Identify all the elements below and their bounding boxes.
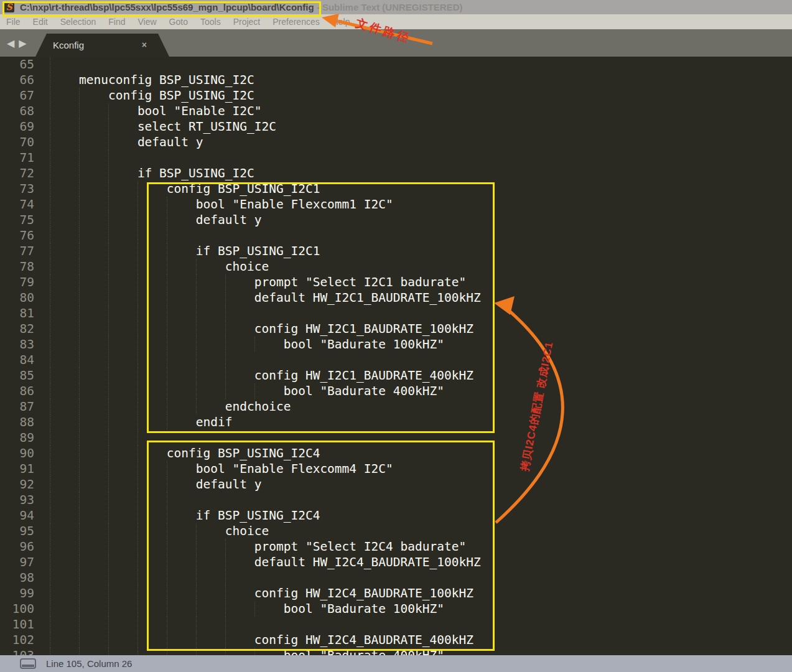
nav-back-icon[interactable]: ◀ [7,37,14,49]
code-text[interactable]: if BSP_USING_I2C4 [50,508,320,523]
code-line[interactable]: 79 prompt "Select I2C1 badurate" [0,274,792,290]
code-text[interactable]: endif [50,414,233,430]
line-number[interactable]: 97 [0,554,34,570]
code-line[interactable]: 95 choice [0,523,792,539]
menu-item-goto[interactable]: Goto [163,17,194,27]
line-number[interactable]: 80 [0,290,34,306]
code-line[interactable]: 101 [0,617,792,632]
code-line[interactable]: 102 config HW_I2C4_BAUDRATE_400kHZ [0,632,792,648]
menu-item-selection[interactable]: Selection [54,17,103,27]
menu-item-file[interactable]: File [0,17,27,27]
line-number[interactable]: 83 [0,337,34,352]
line-number[interactable]: 93 [0,492,34,508]
code-text[interactable]: config BSP_USING_I2C4 [50,446,320,461]
line-number[interactable]: 89 [0,430,34,446]
menu-item-find[interactable]: Find [102,17,131,27]
menu-item-edit[interactable]: Edit [27,17,54,27]
line-number[interactable]: 74 [0,197,34,212]
tab-kconfig[interactable]: Kconfig × [35,34,169,57]
code-text[interactable]: choice [50,259,269,274]
code-text[interactable]: bool "Badurate 100kHZ" [50,601,444,617]
tab-close-icon[interactable]: × [142,34,147,57]
code-line[interactable]: 65 [0,57,792,72]
code-line[interactable]: 67 config BSP_USING_I2C [0,88,792,103]
line-number[interactable]: 77 [0,243,34,259]
code-line[interactable]: 75 default y [0,212,792,228]
code-line[interactable]: 103 bool "Badurate 400kHZ" [0,648,792,655]
code-line[interactable]: 84 [0,352,792,368]
menu-item-view[interactable]: View [132,17,163,27]
line-number[interactable]: 103 [0,648,34,655]
code-text[interactable]: bool "Badurate 100kHZ" [50,337,444,352]
code-line[interactable]: 100 bool "Badurate 100kHZ" [0,601,792,617]
line-number[interactable]: 98 [0,570,34,586]
line-number[interactable]: 70 [0,134,34,150]
line-number[interactable]: 96 [0,539,34,554]
code-text[interactable]: default y [50,477,261,492]
line-number[interactable]: 75 [0,212,34,228]
code-text[interactable]: select RT_USING_I2C [50,119,276,134]
line-number[interactable]: 101 [0,617,34,632]
menu-item-tools[interactable]: Tools [194,17,227,27]
code-text[interactable]: default y [50,212,261,228]
code-line[interactable]: 78 choice [0,259,792,274]
menu-item-preferences[interactable]: Preferences [266,17,325,27]
code-text[interactable]: bool "Badurate 400kHZ" [50,648,444,655]
menu-item-project[interactable]: Project [227,17,267,27]
line-number[interactable]: 82 [0,321,34,337]
code-line[interactable]: 93 [0,492,792,508]
code-text[interactable]: bool "Enable Flexcomm4 I2C" [50,461,393,477]
code-text[interactable]: if BSP_USING_I2C [50,166,254,181]
code-line[interactable]: 70 default y [0,134,792,150]
line-number[interactable]: 102 [0,632,34,648]
code-text[interactable]: bool "Enable I2C" [50,103,261,119]
code-text[interactable]: default HW_I2C4_BAUDRATE_100kHZ [50,554,481,570]
line-number[interactable]: 88 [0,414,34,430]
line-number[interactable]: 78 [0,259,34,274]
code-text[interactable]: config HW_I2C4_BAUDRATE_100kHZ [50,586,473,601]
line-number[interactable]: 85 [0,368,34,383]
code-line[interactable]: 69 select RT_USING_I2C [0,119,792,134]
code-text[interactable]: if BSP_USING_I2C1 [50,243,320,259]
line-number[interactable]: 69 [0,119,34,134]
code-text[interactable]: config HW_I2C4_BAUDRATE_400kHZ [50,632,473,648]
line-number[interactable]: 79 [0,274,34,290]
code-text[interactable]: bool "Enable Flexcomm1 I2C" [50,197,393,212]
code-text[interactable]: config HW_I2C1_BAUDRATE_400kHZ [50,368,473,383]
code-line[interactable]: 68 bool "Enable I2C" [0,103,792,119]
menu-item-help[interactable]: Help [326,17,356,27]
code-text[interactable]: config BSP_USING_I2C [50,88,254,103]
code-line[interactable]: 81 [0,306,792,321]
line-number[interactable]: 94 [0,508,34,523]
code-line[interactable]: 66 menuconfig BSP_USING_I2C [0,72,792,88]
code-line[interactable]: 98 [0,570,792,586]
line-number[interactable]: 84 [0,352,34,368]
code-line[interactable]: 92 default y [0,477,792,492]
code-line[interactable]: 97 default HW_I2C4_BAUDRATE_100kHZ [0,554,792,570]
code-line[interactable]: 91 bool "Enable Flexcomm4 I2C" [0,461,792,477]
code-line[interactable]: 73 config BSP_USING_I2C1 [0,181,792,197]
code-line[interactable]: 87 endchoice [0,399,792,414]
code-text[interactable]: prompt "Select I2C1 badurate" [50,274,466,290]
code-line[interactable]: 74 bool "Enable Flexcomm1 I2C" [0,197,792,212]
line-number[interactable]: 73 [0,181,34,197]
code-line[interactable]: 76 [0,228,792,243]
line-number[interactable]: 99 [0,586,34,601]
code-line[interactable]: 71 [0,150,792,166]
line-number[interactable]: 81 [0,306,34,321]
code-line[interactable]: 83 bool "Badurate 100kHZ" [0,337,792,352]
line-number[interactable]: 67 [0,88,34,103]
line-number[interactable]: 92 [0,477,34,492]
line-number[interactable]: 91 [0,461,34,477]
line-number[interactable]: 66 [0,72,34,88]
code-editor[interactable]: 6566 menuconfig BSP_USING_I2C67 config B… [0,57,792,655]
line-number[interactable]: 68 [0,103,34,119]
code-line[interactable]: 77 if BSP_USING_I2C1 [0,243,792,259]
code-text[interactable]: menuconfig BSP_USING_I2C [50,72,254,88]
line-number[interactable]: 95 [0,523,34,539]
code-line[interactable]: 90 config BSP_USING_I2C4 [0,446,792,461]
line-number[interactable]: 76 [0,228,34,243]
code-text[interactable]: config BSP_USING_I2C1 [50,181,320,197]
line-number[interactable]: 71 [0,150,34,166]
code-line[interactable]: 99 config HW_I2C4_BAUDRATE_100kHZ [0,586,792,601]
